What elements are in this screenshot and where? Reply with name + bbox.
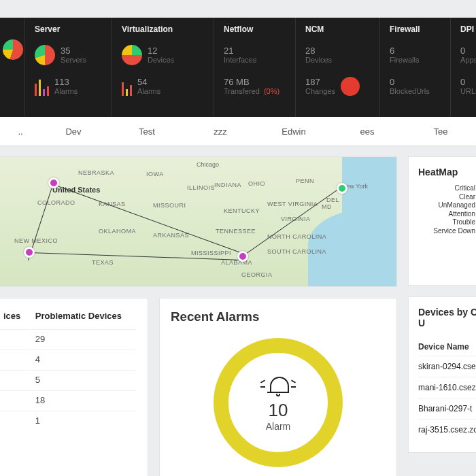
legend-item: UnManaged [418, 201, 476, 210]
legend-item: Attention [418, 210, 476, 219]
map-canvas[interactable]: United States Chicago New York NEBRASKA … [0, 157, 396, 286]
edge [54, 184, 245, 255]
stat-col-firewall[interactable]: Firewall 6Firewalls 0BlockedUrls [379, 18, 450, 117]
stat-col-dpi[interactable]: DPI 0Apps 0URLs [450, 18, 476, 117]
bars-icon [122, 77, 132, 96]
filter-tab[interactable]: zzz [184, 126, 257, 137]
recent-alarms-panel: Recent Alarms 10 Alarm [159, 298, 397, 476]
stat-col-netflow[interactable]: Netflow 21Interfaces 76 MBTransfered (0%… [214, 18, 295, 117]
list-item[interactable]: raj-3515.csez.zoho [418, 419, 476, 440]
col-header: Device Name [418, 335, 476, 356]
problematic-devices-panel: icesProblematic Devices 29 4 5 18 1 [0, 298, 148, 476]
col-header: ices [0, 307, 29, 328]
legend-item: Critical [418, 184, 476, 193]
stat-title: Firewall [390, 24, 441, 34]
table-row[interactable]: 18 [0, 390, 135, 409]
legend-item: Service Down [418, 227, 476, 236]
panel-title: Devices by CPU U [418, 307, 476, 328]
alarm-count: 10 [269, 400, 288, 421]
list-item[interactable]: Bharani-0297-t [418, 398, 476, 419]
stat-col-edge [0, 18, 24, 117]
stat-col-server[interactable]: Server 35Servers 113Alarms [24, 18, 112, 117]
alarm-ring-icon[interactable]: 10 Alarm [214, 338, 343, 467]
bars-icon [35, 77, 49, 96]
pie-icon [35, 45, 55, 65]
filter-tab[interactable]: Tee [404, 126, 476, 137]
pct-zero: (0%) [264, 87, 279, 95]
col-header: Problematic Devices [30, 307, 135, 328]
filter-tab[interactable]: Dev [37, 126, 110, 137]
table-row[interactable]: 4 [0, 350, 135, 369]
gauge-icon: 94 [418, 239, 476, 286]
filter-tab[interactable]: Edwin [257, 126, 330, 137]
filter-tab[interactable]: ees [330, 126, 404, 137]
stat-col-virtualization[interactable]: Virtualization 12Devices 54Alarms [112, 18, 214, 117]
panel-title: HeatMap [418, 167, 476, 177]
list-item[interactable]: mani-1610.csez.zoh [418, 377, 476, 398]
stat-title: DPI [460, 24, 476, 34]
heatmap-legend: CriticalClearUnManagedAttentionTroubleSe… [418, 184, 476, 235]
stat-title: Server [35, 24, 102, 34]
status-dot-critical-icon [341, 77, 360, 96]
filter-tabs: .. Dev Test zzz Edwin ees Tee [0, 117, 476, 146]
devices-by-cpu-panel: Devices by CPU U Device Name skiran-0294… [408, 296, 476, 453]
filter-tab[interactable]: .. [4, 126, 37, 137]
filter-tab[interactable]: Test [110, 126, 184, 137]
stat-title: Virtualization [122, 24, 204, 34]
stat-title: NCM [305, 24, 370, 34]
list-item[interactable]: skiran-0294.csez.zo [418, 356, 476, 377]
alarm-label: Alarm [266, 421, 291, 432]
city-label: Chicago [197, 161, 219, 168]
pie-icon [122, 45, 142, 65]
summary-stat-bar: Server 35Servers 113Alarms Virtualizatio… [0, 18, 476, 117]
bell-icon [263, 374, 293, 397]
table-row[interactable]: 1 [0, 411, 135, 430]
legend-item: Clear [418, 193, 476, 202]
pie-icon [3, 39, 23, 60]
table-row[interactable]: 5 [0, 370, 135, 389]
map-node-icon[interactable] [237, 251, 248, 262]
stat-title: Netflow [224, 24, 286, 34]
panel-title: Recent Alarms [171, 309, 386, 324]
map-node-icon[interactable] [337, 183, 347, 194]
network-map-panel[interactable]: United States Chicago New York NEBRASKA … [0, 156, 397, 287]
window-top-strip [0, 0, 476, 18]
heatmap-panel: HeatMap CriticalClearUnManagedAttentionT… [408, 156, 476, 286]
map-node-icon[interactable] [24, 247, 35, 258]
stat-col-ncm[interactable]: NCM 28Devices 187Changes [295, 18, 379, 117]
table-row[interactable]: 29 [0, 329, 135, 348]
map-node-icon[interactable] [48, 177, 59, 188]
legend-item: Trouble [418, 218, 476, 227]
